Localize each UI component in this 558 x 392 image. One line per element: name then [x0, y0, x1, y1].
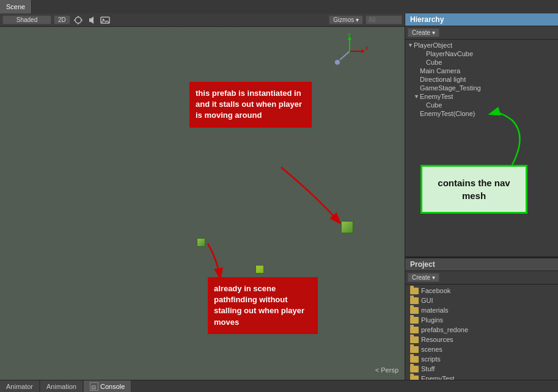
project-create-button[interactable]: Create ▾ — [408, 273, 439, 282]
image-icon[interactable] — [100, 15, 110, 25]
folder-icon — [410, 297, 419, 304]
hierarchy-create-button[interactable]: Create ▾ — [408, 28, 439, 37]
tab-console[interactable]: ▤ Console — [84, 380, 131, 392]
scene-panel: Shaded 2D Gizmos ▾ — [0, 13, 405, 380]
hierarchy-tree: ▼ PlayerObject PlayerNavCube Cube Main C — [405, 40, 558, 119]
project-item-scenes[interactable]: scenes — [405, 344, 558, 354]
annotation-bottom: already in scene pathfinding without sta… — [208, 277, 318, 334]
nav-mesh-text: contains the nav mesh — [438, 178, 510, 201]
folder-icon — [410, 307, 419, 314]
hierarchy-header: Hierarchy — [405, 13, 558, 26]
tree-item-cube-1[interactable]: Cube — [405, 58, 558, 67]
tree-item-gamestage[interactable]: GameStage_Testing — [405, 84, 558, 92]
cube-object-right — [341, 221, 353, 233]
console-icon: ▤ — [90, 382, 98, 391]
folder-icon — [410, 288, 419, 294]
hierarchy-title: Hierarchy — [410, 15, 444, 24]
tab-animation[interactable]: Animation — [40, 380, 83, 392]
tree-item-maincamera[interactable]: Main Camera — [405, 67, 558, 75]
shaded-dropdown[interactable]: Shaded — [2, 15, 51, 24]
project-item-enemytest[interactable]: EnemyTest — [405, 374, 558, 380]
project-item-gui[interactable]: GUI — [405, 296, 558, 305]
grid-background — [0, 27, 405, 380]
tab-console-label: Console — [100, 383, 125, 390]
project-item-materials[interactable]: materials — [405, 305, 558, 315]
folder-icon — [410, 376, 419, 380]
tree-item-cube-2[interactable]: Cube — [405, 101, 558, 109]
tab-animation-label: Animation — [46, 383, 76, 390]
tree-item-enemytest[interactable]: ▼ EnemyTest — [405, 92, 558, 101]
cube-object-bottom — [255, 265, 264, 274]
svg-point-0 — [75, 17, 81, 23]
folder-icon — [410, 346, 419, 353]
perspective-label: < Persp — [375, 366, 398, 374]
folder-icon — [410, 366, 419, 372]
scene-toolbar: Shaded 2D Gizmos ▾ — [0, 13, 405, 27]
folder-icon — [410, 336, 419, 343]
project-header: Project — [405, 258, 558, 271]
annotation-top-text: this prefab is instantiated in and it st… — [196, 89, 302, 120]
folder-icon — [410, 356, 419, 363]
project-item-resources[interactable]: Resources — [405, 335, 558, 344]
svg-text:Y: Y — [347, 33, 351, 38]
folder-icon — [410, 327, 419, 333]
scene-tab-label: Scene — [6, 3, 25, 10]
scene-tab[interactable]: Scene — [0, 0, 32, 13]
tree-item-playernavcube[interactable]: PlayerNavCube — [405, 49, 558, 58]
hierarchy-panel: Hierarchy Create ▾ ▼ PlayerObject Player… — [405, 13, 558, 258]
project-title: Project — [410, 260, 435, 269]
gizmo: Y X — [331, 33, 368, 70]
project-item-scripts[interactable]: scripts — [405, 354, 558, 364]
project-panel: Project Create ▾ Facebook GUI materials — [405, 258, 558, 380]
project-item-prefabs[interactable]: prefabs_redone — [405, 325, 558, 335]
tree-item-directional-light[interactable]: Directional light — [405, 75, 558, 84]
gizmos-dropdown[interactable]: Gizmos ▾ — [329, 15, 363, 24]
right-panel: Hierarchy Create ▾ ▼ PlayerObject Player… — [405, 13, 558, 380]
search-input[interactable] — [365, 15, 402, 24]
annotation-top: this prefab is instantiated in and it st… — [189, 82, 312, 128]
tree-item-playerobject[interactable]: ▼ PlayerObject — [405, 41, 558, 49]
nav-mesh-annotation: contains the nav mesh — [420, 165, 527, 214]
tab-animator-label: Animator — [6, 383, 33, 390]
folder-icon — [410, 317, 419, 324]
svg-point-13 — [335, 60, 340, 65]
project-item-stuff[interactable]: Stuff — [405, 364, 558, 374]
project-item-plugins[interactable]: Plugins — [405, 315, 558, 325]
audio-icon[interactable] — [87, 15, 97, 25]
tab-animator[interactable]: Animator — [0, 380, 40, 392]
annotation-bottom-text: already in scene pathfinding without sta… — [214, 284, 304, 327]
bottom-bar: Animator Animation ▤ Console — [0, 380, 558, 392]
scene-viewport[interactable]: Y X this prefab is instantiated in and i… — [0, 27, 405, 380]
svg-line-12 — [340, 51, 350, 60]
tree-item-enemytest-clone[interactable]: EnemyTest(Clone) — [405, 109, 558, 118]
project-tree: Facebook GUI materials Plugins prefabs_r… — [405, 285, 558, 380]
light-icon[interactable] — [73, 15, 83, 25]
svg-text:X: X — [365, 45, 368, 51]
project-item-facebook[interactable]: Facebook — [405, 286, 558, 296]
2d-button[interactable]: 2D — [54, 15, 70, 24]
cube-object-left — [197, 238, 205, 247]
svg-marker-5 — [89, 16, 94, 24]
